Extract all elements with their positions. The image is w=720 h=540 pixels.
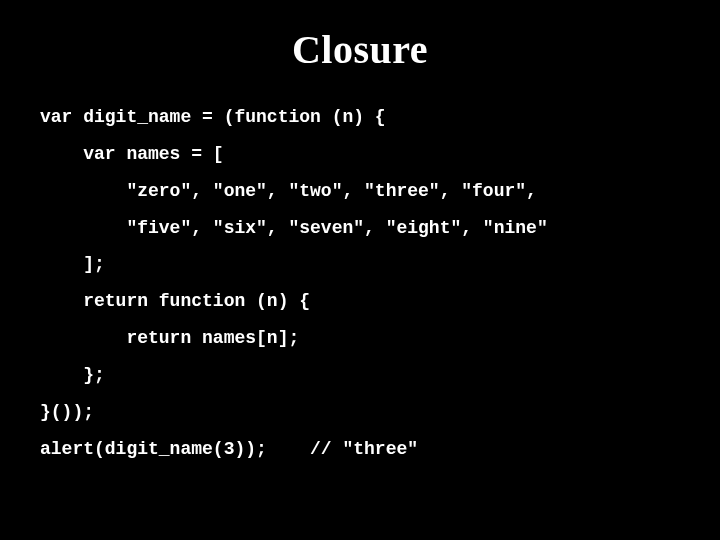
code-line: "five", "six", "seven", "eight", "nine" bbox=[40, 219, 680, 238]
code-line: ]; bbox=[40, 255, 680, 274]
code-line: "zero", "one", "two", "three", "four", bbox=[40, 182, 680, 201]
code-line: var names = [ bbox=[40, 145, 680, 164]
code-line: }()); bbox=[40, 403, 680, 422]
slide-title: Closure bbox=[0, 0, 720, 83]
code-line: }; bbox=[40, 366, 680, 385]
code-line: return function (n) { bbox=[40, 292, 680, 311]
code-line: return names[n]; bbox=[40, 329, 680, 348]
code-line: alert(digit_name(3)); // "three" bbox=[40, 440, 680, 459]
code-block: var digit_name = (function (n) { var nam… bbox=[0, 83, 720, 459]
slide: Closure var digit_name = (function (n) {… bbox=[0, 0, 720, 540]
code-line: var digit_name = (function (n) { bbox=[40, 108, 680, 127]
